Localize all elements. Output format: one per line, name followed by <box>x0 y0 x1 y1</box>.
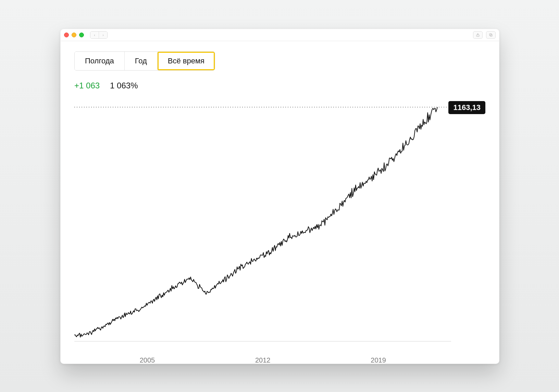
svg-rect-1 <box>490 34 492 36</box>
nav-buttons: ‹ › <box>90 31 108 39</box>
svg-rect-2 <box>489 34 492 36</box>
window-controls <box>64 33 84 37</box>
chart-canvas <box>74 98 482 352</box>
window-titlebar: ‹ › <box>61 29 499 41</box>
price-chart: 1163,13 <box>74 98 485 352</box>
tab-half-year[interactable]: Полгода <box>75 52 125 70</box>
current-value-badge: 1163,13 <box>448 101 485 114</box>
performance-summary: +1 063 1 063% <box>74 81 485 90</box>
fullscreen-window-button[interactable] <box>79 33 84 37</box>
timeframe-tabs: Полгода Год Всё время <box>74 51 215 71</box>
absolute-change: +1 063 <box>74 81 100 90</box>
app-window: ‹ › Полгода Год Всё время +1 063 1 063% … <box>60 29 499 364</box>
share-icon[interactable] <box>473 31 483 39</box>
percent-change: 1 063% <box>110 81 138 90</box>
minimize-window-button[interactable] <box>72 33 76 37</box>
x-axis: 200520122019 <box>74 355 482 364</box>
back-button[interactable]: ‹ <box>90 32 99 38</box>
close-window-button[interactable] <box>64 33 69 37</box>
x-tick-label: 2019 <box>371 356 386 364</box>
x-tick-label: 2012 <box>255 356 271 364</box>
forward-button[interactable]: › <box>99 32 107 38</box>
copy-icon[interactable] <box>486 31 496 39</box>
content-area: Полгода Год Всё время +1 063 1 063% 1163… <box>61 41 499 364</box>
x-tick-label: 2005 <box>140 356 155 364</box>
tab-all-time[interactable]: Всё время <box>158 52 215 70</box>
tab-year[interactable]: Год <box>125 52 158 70</box>
